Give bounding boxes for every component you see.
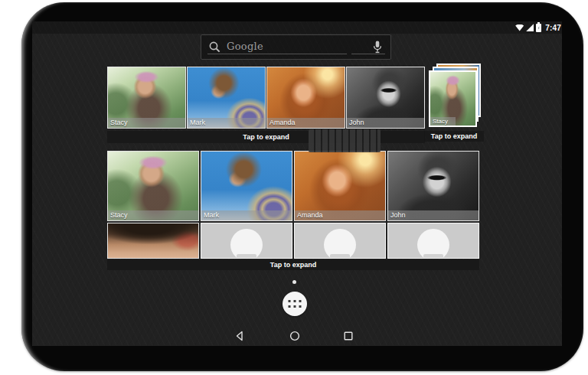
grid-photo-extra-person[interactable] xyxy=(107,223,199,259)
empty-contact-slot[interactable] xyxy=(201,223,292,259)
microphone-icon[interactable] xyxy=(371,40,384,57)
grid-photo-mark[interactable]: Mark xyxy=(201,151,292,221)
empty-contact-slot[interactable] xyxy=(294,223,386,259)
person-name-label: John xyxy=(347,118,424,128)
photo-extra-person xyxy=(108,223,198,258)
empty-contact-slot[interactable] xyxy=(387,223,479,259)
recents-icon xyxy=(342,330,354,342)
person-name-label: Stacy xyxy=(108,210,198,220)
home-icon xyxy=(289,330,301,342)
back-button[interactable] xyxy=(230,328,249,344)
person-name-label: Amanda xyxy=(267,118,345,128)
cell-signal-icon xyxy=(526,24,534,31)
avatar-placeholder-icon xyxy=(417,229,449,259)
wifi-icon xyxy=(515,24,524,31)
home-button[interactable] xyxy=(286,328,304,344)
person-name-label: Stacy xyxy=(430,117,456,126)
back-icon xyxy=(234,330,246,342)
grid-photo-john[interactable]: John xyxy=(387,151,479,221)
navigation-bar xyxy=(32,326,562,346)
grid-photo-amanda[interactable]: Amanda xyxy=(294,151,386,221)
person-name-label: John xyxy=(388,210,479,220)
home-screen: 7:47 Google xyxy=(32,21,562,346)
grid-photo-stacy[interactable]: Stacy xyxy=(107,151,199,221)
strip-photo-stacy[interactable]: Stacy xyxy=(107,67,186,129)
strip-photo-mark[interactable]: Mark xyxy=(187,67,266,129)
transition-stripes xyxy=(309,129,381,152)
search-underline xyxy=(207,54,347,54)
clock-time: 7:47 xyxy=(545,24,561,32)
battery-icon xyxy=(536,24,541,32)
stacked-card-front[interactable]: Stacy xyxy=(429,70,477,127)
app-drawer-button[interactable] xyxy=(283,292,307,316)
strip-photo-john[interactable]: John xyxy=(346,67,425,129)
status-bar: 7:47 xyxy=(32,21,562,34)
avatar-placeholder-icon xyxy=(324,229,356,259)
screenshot-root: 7:47 Google xyxy=(0,0,588,375)
tap-to-expand-label[interactable]: Tap to expand xyxy=(424,131,484,142)
person-name-label: Stacy xyxy=(108,118,185,128)
strip-photo-amanda[interactable]: Amanda xyxy=(266,67,345,129)
google-logo: Google xyxy=(227,41,263,52)
person-name-label: Amanda xyxy=(295,210,385,220)
tap-to-expand-bar[interactable]: Tap to expand xyxy=(107,259,479,270)
app-grid-icon xyxy=(287,298,303,309)
recents-button[interactable] xyxy=(339,328,358,344)
google-search-widget[interactable]: Google xyxy=(201,34,391,60)
avatar-placeholder-icon xyxy=(230,229,263,259)
tablet-frame: 7:47 Google xyxy=(21,2,583,371)
person-name-label: Mark xyxy=(201,210,292,220)
person-name-label: Mark xyxy=(188,118,265,128)
page-indicator-dot xyxy=(292,280,296,284)
